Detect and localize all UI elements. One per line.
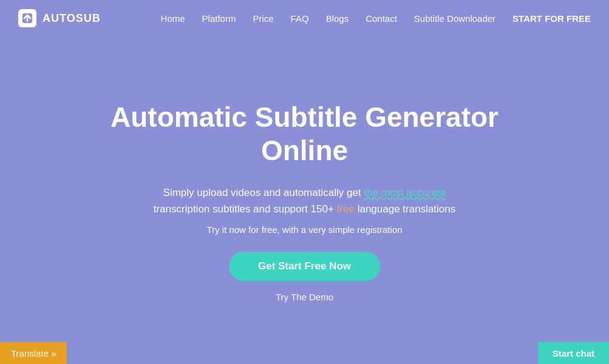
main-nav: Home Platform Price FAQ Blogs Contact Su… <box>161 13 591 24</box>
nav-platform[interactable]: Platform <box>202 13 236 24</box>
logo-text: AUTOSUB <box>43 12 101 25</box>
nav-faq[interactable]: FAQ <box>291 13 309 24</box>
hero-subtitle: Simply upload videos and automatically g… <box>135 184 475 217</box>
hero-tagline: Try it now for free, with a very simple … <box>206 224 402 235</box>
nav-blogs[interactable]: Blogs <box>326 13 349 24</box>
chat-label: Start chat <box>553 348 594 359</box>
translate-bar[interactable]: Translate » <box>0 342 67 364</box>
logo-icon <box>18 9 36 27</box>
subtitle-highlight-free: free <box>337 203 355 215</box>
translate-label: Translate » <box>11 348 56 359</box>
try-demo-link[interactable]: Try The Demo <box>276 292 333 302</box>
get-start-free-button[interactable]: Get Start Free Now <box>229 252 380 281</box>
hero-title: Automatic Subtitle Generator Online <box>111 101 498 167</box>
subtitle-after: language translations <box>355 203 455 215</box>
hero-section: Automatic Subtitle Generator Online Simp… <box>0 36 609 342</box>
subtitle-before: Simply upload videos and automatically g… <box>163 187 364 198</box>
subtitle-highlight-accuracy: the most accurate <box>364 187 446 198</box>
logo-area: AUTOSUB <box>18 9 101 27</box>
start-chat-bar[interactable]: Start chat <box>538 342 609 364</box>
nav-start-for-free[interactable]: START FOR FREE <box>512 13 591 24</box>
nav-home[interactable]: Home <box>161 13 185 24</box>
nav-price[interactable]: Price <box>253 13 273 24</box>
nav-subtitle-downloader[interactable]: Subtitle Downloader <box>414 13 495 24</box>
nav-contact[interactable]: Contact <box>366 13 397 24</box>
subtitle-middle: transcription subtitles and support 150+ <box>154 203 337 215</box>
site-header: AUTOSUB Home Platform Price FAQ Blogs Co… <box>0 0 609 36</box>
